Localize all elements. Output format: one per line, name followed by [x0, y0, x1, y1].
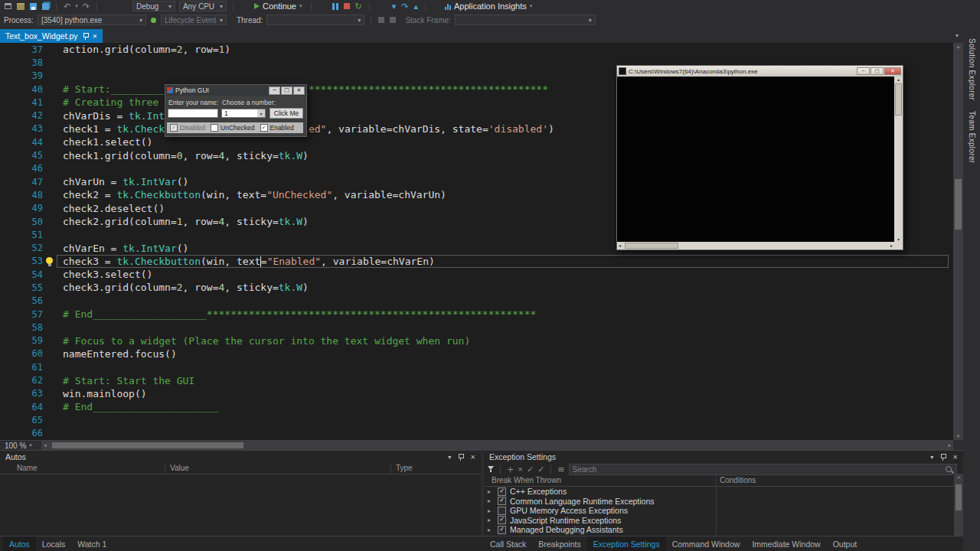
autos-panel-header[interactable]: Autos ▾ ✕ [0, 451, 481, 463]
dialog-checkbox-disabled[interactable]: ✓Disabled [170, 124, 205, 132]
code-line[interactable]: 54check3.select() [0, 268, 953, 281]
delete-exception-icon[interactable]: ✕ [518, 466, 523, 473]
tab-output[interactable]: Output [827, 536, 864, 551]
uncheck-all-icon[interactable]: ✓ [537, 465, 544, 474]
console-horizontal-scrollbar[interactable]: ◂ ▸ [617, 242, 894, 249]
continue-button[interactable]: Continue ▾ [252, 1, 305, 11]
exception-row[interactable]: ▸✓C++ Exceptions [484, 487, 963, 497]
flag-threads-button[interactable] [389, 15, 397, 25]
open-file-button[interactable] [16, 1, 25, 11]
side-tab-team-explorer[interactable]: Team Explorer [968, 111, 976, 163]
close-button[interactable]: ✕ [884, 67, 901, 75]
autos-grid-body[interactable] [0, 474, 481, 525]
dialog-checkbox-unchecked[interactable]: UnChecked [211, 124, 254, 132]
tab-list-chevron-icon[interactable]: ▾ [956, 32, 959, 39]
editor-horizontal-scrollbar[interactable]: ◂ ▸ [41, 441, 953, 450]
tab-call-stack[interactable]: Call Stack [484, 536, 532, 551]
step-into-button[interactable]: ▾ [391, 1, 397, 11]
code-line[interactable]: 56 [0, 295, 953, 308]
exception-checkbox[interactable] [498, 507, 506, 515]
console-output[interactable] [617, 77, 894, 242]
save-button[interactable] [29, 1, 38, 11]
minimize-button[interactable]: ─ [269, 86, 280, 95]
scroll-up-icon[interactable]: ▴ [953, 44, 963, 50]
break-all-button[interactable] [332, 1, 339, 11]
code-line[interactable]: 58 [0, 321, 953, 334]
scroll-down-icon[interactable]: ▾ [953, 433, 963, 439]
close-button[interactable]: ✕ [293, 86, 305, 95]
redo-button[interactable]: ↷ [82, 1, 90, 11]
side-tab-solution-explorer[interactable]: Solution Explorer [968, 38, 976, 100]
scroll-right-icon[interactable]: ▸ [948, 442, 951, 448]
exception-scrollbar[interactable]: ▴ [954, 474, 963, 536]
exception-row[interactable]: ▸✓Common Language Runtime Exceptions [484, 497, 963, 507]
undo-button[interactable]: ↶ [63, 1, 71, 11]
column-separator[interactable] [390, 464, 391, 474]
step-out-button[interactable]: ▴ [413, 1, 419, 11]
filter-icon[interactable] [488, 466, 494, 472]
lightbulb-icon[interactable] [46, 257, 53, 264]
number-combobox[interactable]: 1 ▾ [221, 109, 266, 118]
column-break-when-thrown[interactable]: Break When Thrown [492, 476, 561, 484]
scroll-left-icon[interactable]: ◂ [619, 243, 621, 248]
column-value[interactable]: Value [170, 464, 189, 472]
python-console-window[interactable]: C:\Users\Windows7(64)\Anaconda3\python.e… [616, 65, 903, 250]
window-position-icon[interactable]: ▾ [930, 454, 933, 461]
exception-search-box[interactable] [569, 464, 957, 475]
close-icon[interactable]: ✕ [952, 454, 958, 461]
add-exception-icon[interactable]: + [507, 465, 514, 474]
dialog-title-bar[interactable]: Python GUI ─ □ ✕ [165, 85, 306, 96]
name-input[interactable] [168, 109, 218, 118]
code-line[interactable]: 64# End_____________________ [0, 400, 953, 413]
tab-text-box-widget-py[interactable]: Text_box_Widget.py ✕ [0, 29, 103, 43]
scrollbar-thumb[interactable] [625, 243, 678, 249]
code-line[interactable]: 60nameEntered.focus() [0, 347, 953, 360]
dialog-checkbox-enabled[interactable]: ✓Enabled [260, 124, 294, 132]
expander-icon[interactable]: ▸ [488, 497, 494, 504]
exception-checkbox[interactable]: ✓ [498, 487, 506, 496]
pin-icon[interactable] [458, 454, 463, 461]
maximize-button[interactable]: □ [281, 86, 292, 95]
tab-watch-1[interactable]: Watch 1 [71, 536, 113, 551]
column-type[interactable]: Type [396, 464, 413, 472]
exception-row[interactable]: ▸GPU Memory Access Exceptions [484, 506, 963, 516]
application-insights-button[interactable]: Application Insights ▾ [443, 1, 534, 11]
scrollbar-thumb[interactable] [955, 179, 962, 230]
scroll-up-icon[interactable]: ▴ [894, 77, 903, 82]
tab-exception-settings[interactable]: Exception Settings [587, 536, 666, 551]
exception-settings-header[interactable]: Exception Settings ▾ ✕ [484, 451, 963, 463]
python-gui-dialog[interactable]: Python GUI ─ □ ✕ Enter your name: Choose… [165, 84, 307, 137]
maximize-button[interactable]: □ [871, 67, 884, 75]
scrollbar-thumb[interactable] [895, 83, 902, 116]
close-icon[interactable]: ✕ [470, 454, 475, 461]
exception-row[interactable]: ▸✓Managed Debugging Assistants [484, 525, 963, 535]
window-position-icon[interactable]: ▾ [448, 454, 451, 461]
scroll-down-icon[interactable]: ▾ [894, 236, 903, 242]
thread-dropdown[interactable]: ▾ [266, 15, 364, 25]
code-line[interactable]: 55check3.grid(column=2, row=4, sticky=tk… [0, 281, 953, 294]
exception-checkbox[interactable]: ✓ [498, 526, 506, 534]
expander-icon[interactable]: ▸ [488, 488, 494, 495]
close-icon[interactable]: ✕ [93, 33, 98, 40]
show-threads-button[interactable] [377, 15, 385, 25]
console-title-bar[interactable]: C:\Users\Windows7(64)\Anaconda3\python.e… [617, 66, 903, 77]
expander-icon[interactable]: ▸ [488, 517, 494, 523]
tab-immediate-window[interactable]: Immediate Window [746, 536, 826, 551]
save-all-button[interactable] [41, 1, 50, 11]
exception-checkbox[interactable]: ✓ [498, 497, 506, 505]
code-line[interactable]: 62# Start: Start the GUI [0, 373, 953, 386]
scroll-up-icon[interactable]: ▴ [954, 474, 963, 479]
settings-menu-icon[interactable]: ≡ [557, 465, 564, 474]
code-line[interactable]: 65 [0, 413, 953, 426]
column-separator[interactable] [165, 464, 165, 474]
tab-locals[interactable]: Locals [36, 536, 71, 551]
lifecycle-events-dropdown[interactable]: Lifecycle Events ▾ [161, 15, 227, 25]
stop-debugging-button[interactable] [343, 1, 351, 11]
minimize-button[interactable]: ─ [857, 67, 870, 75]
code-line[interactable]: 66 [0, 427, 953, 440]
step-over-button[interactable]: ↷ [400, 1, 409, 11]
exception-row[interactable]: ▸✓JavaScript Runtime Exceptions [484, 516, 963, 526]
check-all-icon[interactable]: ✓ [527, 465, 534, 474]
expander-icon[interactable]: ▸ [488, 507, 494, 514]
code-line[interactable]: 57# End___________________**************… [0, 308, 953, 321]
